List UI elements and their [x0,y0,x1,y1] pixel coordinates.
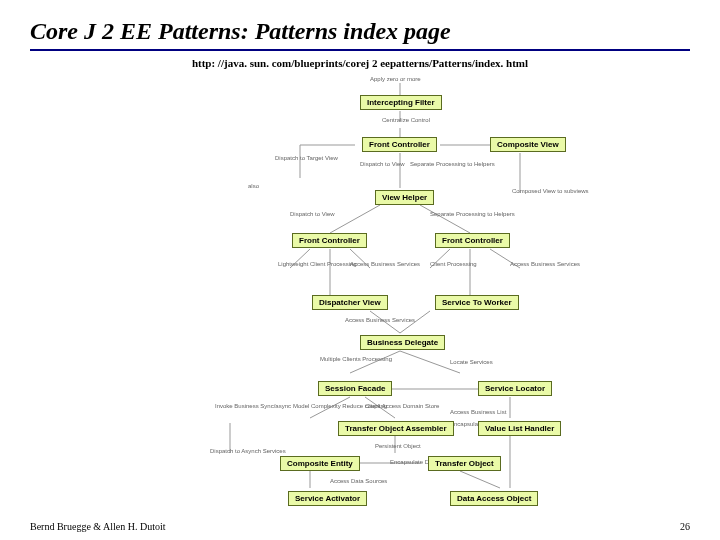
node-front-controller-1: Front Controller [362,137,437,152]
label-persistent: Persistent Object [375,443,421,450]
node-intercepting-filter: Intercepting Filter [360,95,442,110]
node-transfer-object-assembler: Transfer Object Assembler [338,421,454,436]
label-separate-helpers: Separate Processing to Helpers [410,161,495,168]
label-access-biz3: Access Business Services [345,317,415,324]
node-composite-entity: Composite Entity [280,456,360,471]
footer-author: Bernd Bruegge & Allen H. Dutoit [30,521,166,532]
node-service-to-worker: Service To Worker [435,295,519,310]
node-session-facade: Session Facade [318,381,392,396]
label-also: also [248,183,259,190]
label-access-ds: Access Data Sources [330,478,387,485]
node-service-locator: Service Locator [478,381,552,396]
title-underline [30,49,690,51]
label-client-proc: Client Processing [430,261,477,268]
label-access-biz2: Access Business Services [510,261,580,268]
node-view-helper: View Helper [375,190,434,205]
source-url: http: //java. sun. com/blueprints/corej … [0,57,720,69]
label-lightweight: Lightweight Client Processing [278,261,357,268]
page-title: Core J 2 EE Patterns: Patterns index pag… [0,0,720,49]
node-dispatcher-view: Dispatcher View [312,295,388,310]
node-service-activator: Service Activator [288,491,367,506]
node-front-controller-3: Front Controller [435,233,510,248]
label-dispatch-view: Dispatch to View [360,161,405,168]
label-multiple: Multiple Clients Processing [320,356,392,363]
node-business-delegate: Business Delegate [360,335,445,350]
label-dispatch-async: Dispatch to Asynch Services [210,448,286,455]
label-composed: Composed View to subviews [512,188,589,195]
node-front-controller-2: Front Controller [292,233,367,248]
node-transfer-object: Transfer Object [428,456,501,471]
node-data-access-object: Data Access Object [450,491,538,506]
label-locate: Locate Services [450,359,493,366]
label-access-biz1: Access Business Services [350,261,420,268]
label-client-access: Client Access Domain Store [365,403,439,410]
node-composite-view: Composite View [490,137,566,152]
label-apply: Apply zero or more [370,76,421,83]
node-value-list-handler: Value List Handler [478,421,561,436]
label-dispatch-target: Dispatch to Target View [275,155,338,162]
diagram: Apply zero or more Centralize Control Di… [0,73,720,503]
svg-line-9 [420,205,470,233]
label-separate-helpers2: Separate Processing to Helpers [430,211,515,218]
svg-line-8 [330,205,380,233]
label-access-bizl: Access Business List [450,409,506,416]
label-dispatch-view2: Dispatch to View [290,211,335,218]
label-centralize: Centralize Control [382,117,430,124]
label-invoke-sync: Invoke Business Sync/async [215,403,291,410]
connector-lines [0,73,720,503]
page-number: 26 [680,521,690,532]
svg-line-28 [460,471,500,488]
